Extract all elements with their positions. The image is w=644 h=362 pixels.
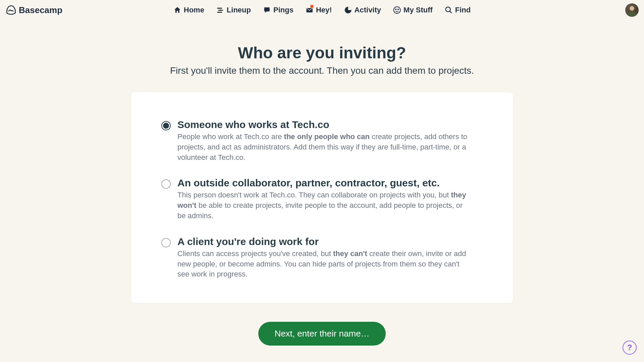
radio-selected[interactable]	[161, 121, 171, 130]
home-icon	[173, 6, 181, 14]
option-client[interactable]: A client you're doing work for Clients c…	[161, 236, 473, 280]
option-coworker[interactable]: Someone who works at Tech.co People who …	[161, 119, 473, 163]
radio-unselected[interactable]	[161, 238, 171, 247]
nav-activity[interactable]: Activity	[344, 6, 381, 14]
svg-point-5	[395, 9, 396, 10]
activity-icon	[344, 6, 352, 14]
nav-home[interactable]: Home	[173, 6, 204, 14]
nav-hey[interactable]: Hey!	[306, 6, 332, 14]
nav-find[interactable]: Find	[445, 6, 471, 14]
option-content: An outside collaborator, partner, contra…	[177, 177, 473, 221]
nav-label: Find	[455, 6, 471, 14]
nav-mystuff[interactable]: My Stuff	[393, 6, 433, 14]
page-title: Who are you inviting?	[238, 44, 406, 62]
top-nav: Basecamp Home Lineup Pings Hey! Activity…	[0, 0, 644, 20]
svg-rect-1	[218, 10, 223, 11]
logo[interactable]: Basecamp	[5, 4, 62, 16]
search-icon	[445, 6, 453, 14]
invite-options-card: Someone who works at Tech.co People who …	[131, 92, 513, 303]
option-desc: This person doesn't work at Tech.co. The…	[177, 190, 473, 221]
lineup-icon	[216, 6, 224, 14]
nav-pings[interactable]: Pings	[263, 6, 293, 14]
option-title: Someone who works at Tech.co	[177, 119, 473, 130]
nav-label: Activity	[355, 6, 381, 14]
nav-label: Home	[184, 6, 204, 14]
svg-point-6	[398, 9, 398, 10]
svg-rect-0	[217, 8, 222, 9]
option-content: A client you're doing work for Clients c…	[177, 236, 473, 280]
nav-label: Lineup	[227, 6, 251, 14]
svg-point-4	[394, 7, 400, 13]
basecamp-logo-icon	[5, 4, 17, 16]
nav-label: Pings	[273, 6, 293, 14]
nav-items: Home Lineup Pings Hey! Activity My Stuff…	[173, 6, 471, 14]
main-content: Who are you inviting? First you'll invit…	[0, 20, 644, 346]
page-subtitle: First you'll invite them to the account.…	[170, 65, 474, 76]
nav-label: Hey!	[316, 6, 332, 14]
pings-icon	[263, 6, 271, 14]
logo-text: Basecamp	[19, 5, 62, 15]
nav-label: My Stuff	[404, 6, 433, 14]
help-button[interactable]: ?	[623, 341, 637, 355]
svg-rect-2	[217, 12, 222, 13]
radio-unselected[interactable]	[161, 179, 171, 189]
avatar[interactable]	[625, 3, 639, 17]
option-title: A client you're doing work for	[177, 236, 473, 247]
option-content: Someone who works at Tech.co People who …	[177, 119, 473, 163]
option-title: An outside collaborator, partner, contra…	[177, 177, 473, 189]
option-collaborator[interactable]: An outside collaborator, partner, contra…	[161, 177, 473, 221]
svg-line-8	[450, 11, 452, 13]
option-desc: People who work at Tech.co are the only …	[177, 132, 473, 163]
option-desc: Clients can access projects you've creat…	[177, 249, 473, 280]
next-button[interactable]: Next, enter their name…	[258, 322, 385, 346]
svg-point-7	[446, 7, 450, 12]
mystuff-icon	[393, 6, 401, 14]
nav-lineup[interactable]: Lineup	[216, 6, 251, 14]
